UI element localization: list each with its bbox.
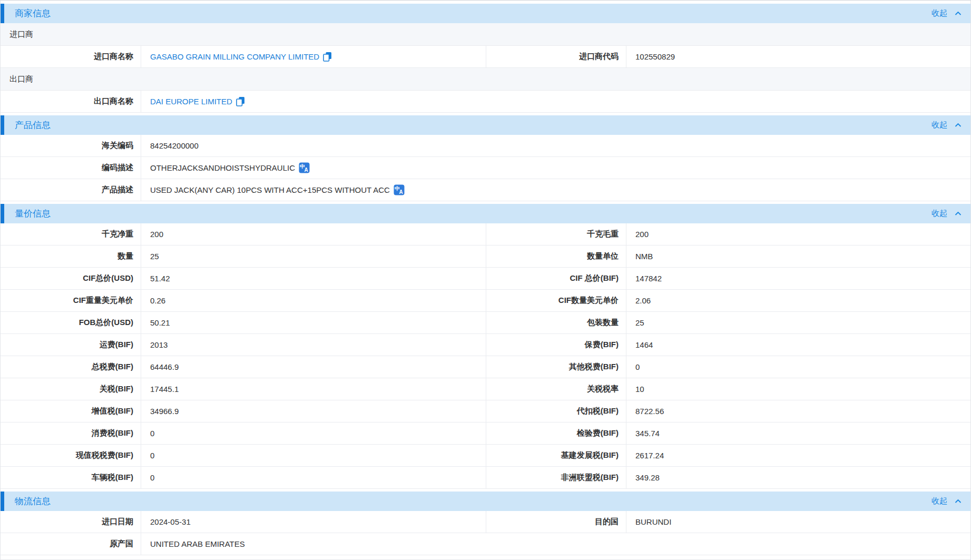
table-row: 车辆税(BIF) 0 非洲联盟税(BIF) 349.28: [1, 467, 970, 489]
row-value: 64446.9: [141, 356, 486, 378]
hs-code-value: 84254200000: [141, 135, 970, 156]
row-value: 0: [626, 356, 970, 378]
table-row: 运费(BIF) 2013 保费(BIF) 1464: [1, 334, 970, 356]
trade-record-detail-page: 商家信息 收起 进口商 进口商名称 GASABO GRAIN MILLING C…: [0, 0, 971, 560]
row-label: 运费(BIF): [1, 334, 141, 356]
product-desc-label: 产品描述: [1, 179, 141, 201]
table-row: 数量 25 数量单位 NMB: [1, 245, 970, 268]
collapse-label: 收起: [931, 209, 947, 219]
merchant-section-title: 商家信息: [15, 7, 51, 19]
chevron-up-icon: [955, 499, 962, 504]
logistics-collapse-button[interactable]: 收起: [931, 496, 962, 506]
row-label: 千克毛重: [486, 223, 626, 245]
row-label: 车辆税(BIF): [1, 467, 141, 488]
section-accent-bar: [1, 204, 4, 223]
table-row: CIF重量美元单价 0.26 CIF数量美元单价 2.06: [1, 290, 970, 312]
row-label: 数量单位: [486, 245, 626, 267]
row-label: FOB总价(USD): [1, 312, 141, 333]
product-desc-cell: USED JACK(ANY CAR) 10PCS WITH ACC+15PCS …: [141, 179, 970, 201]
copy-icon[interactable]: [236, 96, 245, 106]
importer-name-link[interactable]: GASABO GRAIN MILLING COMPANY LIMITED: [150, 52, 319, 61]
exporter-name-cell: DAI EUROPE LIMITED: [141, 91, 970, 112]
row-value: 147842: [626, 268, 970, 289]
price-section-title: 量价信息: [15, 208, 51, 220]
chevron-up-icon: [955, 123, 962, 127]
destination-value: BURUNDI: [626, 511, 970, 533]
collapse-label: 收起: [931, 496, 947, 506]
importer-name-cell: GASABO GRAIN MILLING COMPANY LIMITED: [141, 46, 486, 67]
row-label: 代扣税(BIF): [486, 400, 626, 422]
row-label: 保费(BIF): [486, 334, 626, 356]
row-label: 基建发展税(BIF): [486, 445, 626, 466]
chevron-up-icon: [955, 211, 962, 216]
translate-icon[interactable]: 中A: [394, 184, 405, 195]
row-label: 总税费(BIF): [1, 356, 141, 378]
merchant-collapse-button[interactable]: 收起: [931, 8, 962, 18]
row-label: 包装数量: [486, 312, 626, 333]
row-label: 数量: [1, 245, 141, 267]
hs-code-row: 海关编码 84254200000: [1, 135, 970, 157]
translate-icon[interactable]: 中A: [299, 162, 310, 173]
row-value: 50.21: [141, 312, 486, 333]
chevron-up-icon: [955, 11, 962, 16]
svg-text:A: A: [304, 167, 308, 173]
product-desc-row: 产品描述 USED JACK(ANY CAR) 10PCS WITH ACC+1…: [1, 179, 970, 201]
copy-icon[interactable]: [323, 52, 332, 62]
product-section-title: 产品信息: [15, 119, 51, 131]
row-value: 25: [141, 245, 486, 267]
row-label: 关税税率: [486, 378, 626, 400]
row-label: 关税(BIF): [1, 378, 141, 400]
row-value: 25: [626, 312, 970, 333]
row-value: 1464: [626, 334, 970, 356]
price-section-header: 量价信息 收起: [1, 204, 970, 223]
code-desc-value: OTHERJACKSANDHOISTSHYDRAULIC: [150, 163, 295, 172]
table-row: 总税费(BIF) 64446.9 其他税费(BIF) 0: [1, 356, 970, 378]
row-label: 千克净重: [1, 223, 141, 245]
exporter-subheader: 出口商: [1, 68, 970, 91]
destination-label: 目的国: [486, 511, 626, 533]
code-desc-label: 编码描述: [1, 157, 141, 179]
exporter-name-label: 出口商名称: [1, 91, 141, 112]
row-value: 0: [141, 445, 486, 466]
row-label: CIF数量美元单价: [486, 290, 626, 311]
section-merchant: 商家信息 收起 进口商 进口商名称 GASABO GRAIN MILLING C…: [1, 4, 970, 113]
row-value: 10: [626, 378, 970, 400]
product-collapse-button[interactable]: 收起: [931, 120, 962, 130]
importer-code-value: 102550829: [626, 46, 970, 67]
code-desc-row: 编码描述 OTHERJACKSANDHOISTSHYDRAULIC 中A: [1, 157, 970, 179]
section-accent-bar: [1, 115, 4, 135]
row-value: 2013: [141, 334, 486, 356]
import-date-row: 进口日期 2024-05-31 目的国 BURUNDI: [1, 511, 970, 533]
origin-country-value: UNITED ARAB EMIRATES: [141, 533, 970, 555]
row-value: 34966.9: [141, 400, 486, 422]
row-label: CIF总价(USD): [1, 268, 141, 289]
row-value: 0.26: [141, 290, 486, 311]
origin-country-row: 原产国 UNITED ARAB EMIRATES: [1, 533, 970, 555]
row-value: 0: [141, 467, 486, 488]
section-logistics: 物流信息 收起 进口日期 2024-05-31 目的国 BURUNDI 原产国 …: [1, 492, 970, 555]
importer-subheader: 进口商: [1, 23, 970, 46]
importer-name-label: 进口商名称: [1, 46, 141, 67]
code-desc-cell: OTHERJACKSANDHOISTSHYDRAULIC 中A: [141, 157, 970, 179]
product-section-header: 产品信息 收起: [1, 115, 970, 135]
section-product: 产品信息 收起 海关编码 84254200000 编码描述 OTHERJACKS…: [1, 115, 970, 201]
exporter-name-link[interactable]: DAI EUROPE LIMITED: [150, 97, 232, 106]
row-label: 检验费(BIF): [486, 423, 626, 444]
importer-code-label: 进口商代码: [486, 46, 626, 67]
row-label: 增值税(BIF): [1, 400, 141, 422]
row-value: 200: [141, 223, 486, 245]
importer-row: 进口商名称 GASABO GRAIN MILLING COMPANY LIMIT…: [1, 46, 970, 68]
row-value: 349.28: [626, 467, 970, 488]
table-row: 现值税税费(BIF) 0 基建发展税(BIF) 2617.24: [1, 445, 970, 467]
hs-code-label: 海关编码: [1, 135, 141, 156]
import-date-value: 2024-05-31: [141, 511, 486, 533]
import-date-label: 进口日期: [1, 511, 141, 533]
origin-country-label: 原产国: [1, 533, 141, 555]
table-row: 千克净重 200 千克毛重 200: [1, 223, 970, 245]
table-row: 增值税(BIF) 34966.9 代扣税(BIF) 8722.56: [1, 400, 970, 423]
table-row: 消费税(BIF) 0 检验费(BIF) 345.74: [1, 423, 970, 445]
price-collapse-button[interactable]: 收起: [931, 209, 962, 219]
row-value: 345.74: [626, 423, 970, 444]
row-value: 8722.56: [626, 400, 970, 422]
logistics-section-header: 物流信息 收起: [1, 492, 970, 511]
